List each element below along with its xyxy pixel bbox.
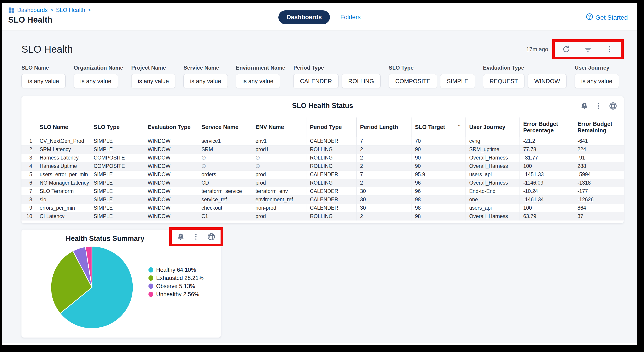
- column-header[interactable]: Period Type: [306, 118, 356, 137]
- filter-options: is any value: [74, 74, 123, 88]
- dashboard-more-button[interactable]: [605, 45, 614, 54]
- filter-option-button[interactable]: SIMPLE: [440, 74, 475, 88]
- filter-option-button[interactable]: REQUEST: [483, 74, 525, 88]
- table-cell: ∅: [252, 162, 306, 170]
- table-cell: ROLLING: [306, 145, 356, 154]
- chart-more-button[interactable]: [192, 233, 200, 240]
- table-cell: service1: [198, 137, 252, 145]
- filter-option-button[interactable]: is any value: [236, 74, 280, 88]
- legend-item-healthy[interactable]: Healthy 64.10%: [148, 266, 204, 273]
- breadcrumb-separator: >: [88, 7, 91, 13]
- table-cell: SRM Latency: [36, 145, 90, 154]
- filter-option-button[interactable]: is any value: [184, 74, 228, 88]
- table-cell: Harness Uptime: [36, 162, 90, 170]
- column-header[interactable]: ENV Name: [252, 118, 306, 137]
- filter-options: is any value: [575, 74, 619, 88]
- legend-item-unhealthy[interactable]: Unhealthy 2.56%: [148, 291, 204, 298]
- filter-option-button[interactable]: COMPOSITE: [389, 74, 437, 88]
- chart-alert-button[interactable]: [177, 233, 185, 241]
- table-cell: C1: [198, 212, 252, 220]
- column-header[interactable]: Service Name: [198, 118, 252, 137]
- breadcrumb-link-slo-health[interactable]: SLO Health: [56, 7, 85, 13]
- table-alert-button[interactable]: [580, 102, 588, 110]
- table-cell: 90: [411, 154, 466, 162]
- filter-option-button[interactable]: WINDOW: [528, 74, 566, 88]
- table-cell: 3: [22, 154, 36, 162]
- table-cell: WINDOW: [144, 179, 198, 187]
- tab-folders[interactable]: Folders: [340, 14, 361, 21]
- column-header[interactable]: Error Budget Remaining: [574, 118, 624, 137]
- table-cell: 864: [574, 204, 624, 212]
- tab-dashboards[interactable]: Dashboards: [278, 10, 330, 24]
- table-cell: 100: [520, 204, 574, 212]
- table-cell: slo: [36, 196, 90, 204]
- legend-item-observe[interactable]: Observe 5.13%: [148, 283, 204, 290]
- column-header[interactable]: [22, 118, 36, 137]
- filter-option-button[interactable]: is any value: [131, 74, 175, 88]
- legend-item-exhausted[interactable]: Exhausted 28.21%: [148, 275, 204, 281]
- filter-option-button[interactable]: is any value: [575, 74, 619, 88]
- filter-option-button[interactable]: is any value: [74, 74, 118, 88]
- table-row: 5users_error_per_minSIMPLEWINDOWorderspr…: [22, 170, 624, 179]
- table-cell: 90: [411, 162, 466, 170]
- table-cell: WINDOW: [144, 204, 198, 212]
- filter-group: SLO Nameis any value: [22, 64, 66, 88]
- table-cell: -31.77: [520, 154, 574, 162]
- pie-chart: [49, 244, 135, 331]
- table-cell: ∅: [198, 162, 252, 170]
- table-cell: CV_NextGen_Prod: [36, 137, 90, 145]
- table-timezone-button[interactable]: [609, 102, 617, 110]
- filter-option-button[interactable]: is any value: [22, 74, 66, 88]
- filter-button[interactable]: [584, 45, 592, 54]
- column-header[interactable]: Period Length: [356, 118, 411, 137]
- column-header[interactable]: User Journey: [466, 118, 520, 137]
- bell-plus-icon: [580, 102, 588, 110]
- table-card-header: SLO Health Status: [22, 102, 624, 112]
- column-header[interactable]: SLO Type: [90, 118, 144, 137]
- table-cell: 7: [22, 187, 36, 196]
- filter-group: Period TypeCALENDERROLLING: [293, 64, 380, 88]
- filter-group: SLO TypeCOMPOSITESIMPLE: [389, 64, 475, 88]
- table-cell: 30: [356, 204, 411, 212]
- table-row: 2SRM LatencySIMPLEWINDOWSRMprod1ROLLING2…: [22, 145, 624, 154]
- annotation-redbox-chart-actions: [169, 227, 223, 246]
- refresh-button[interactable]: [562, 45, 570, 54]
- get-started-link[interactable]: Get Started: [586, 13, 628, 22]
- refresh-icon: [562, 45, 570, 54]
- table-cell: one: [466, 196, 520, 204]
- column-header[interactable]: Evaluation Type: [144, 118, 198, 137]
- legend-label: Exhausted 28.21%: [156, 275, 204, 281]
- table-cell: 1: [22, 137, 36, 145]
- table-cell: users_error_per_min: [36, 170, 90, 179]
- table-cell: 77.78: [520, 145, 574, 154]
- table-row: 8sloSIMPLEWINDOWservice_refenvironment_r…: [22, 196, 624, 204]
- column-header-label: Period Length: [360, 124, 398, 130]
- column-header[interactable]: SLO Name: [36, 118, 90, 137]
- filter-option-button[interactable]: ROLLING: [342, 74, 380, 88]
- table-cell: checkout: [198, 204, 252, 212]
- filter-label: Service Name: [184, 64, 228, 71]
- pie-legend: Healthy 64.10%Exhausted 28.21%Observe 5.…: [148, 266, 204, 298]
- filter-label: SLO Name: [22, 64, 66, 71]
- column-header-label: Period Type: [310, 124, 342, 130]
- table-cell: 37: [574, 212, 624, 220]
- table-cell: ROLLING: [306, 212, 356, 220]
- table-cell: End-to-End: [466, 187, 520, 196]
- table-cell: 2: [356, 154, 411, 162]
- table-more-button[interactable]: [595, 102, 602, 110]
- table-cell: CD: [198, 179, 252, 187]
- column-header[interactable]: SLO Target⌃: [411, 118, 466, 137]
- table-row: 7SLO TerraformSIMPLEWINDOWterraform_serv…: [22, 187, 624, 196]
- filter-group: Evaluation TypeREQUESTWINDOW: [483, 64, 567, 88]
- table-cell: -12626: [574, 196, 624, 204]
- chart-timezone-button[interactable]: [207, 232, 216, 241]
- table-cell: ROLLING: [306, 179, 356, 187]
- filter-label: Organization Name: [74, 64, 123, 71]
- breadcrumb-link-dashboards[interactable]: Dashboards: [17, 7, 48, 13]
- table-cell: WINDOW: [144, 170, 198, 179]
- table-cell: 7: [356, 170, 411, 179]
- filter-option-button[interactable]: CALENDER: [293, 74, 338, 88]
- column-header[interactable]: Error Budget Percentage: [520, 118, 574, 137]
- table-cell: WINDOW: [144, 187, 198, 196]
- bell-plus-icon: [177, 233, 185, 241]
